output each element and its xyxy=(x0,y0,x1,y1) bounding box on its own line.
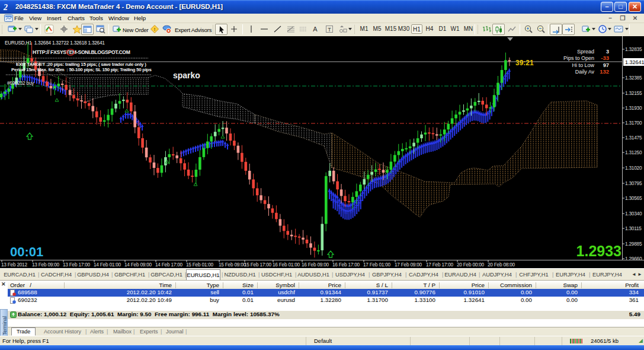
svg-text:EXIT TARGET :20 pips: trailing: EXIT TARGET :20 pips: trailing 15 pips; … xyxy=(16,62,146,67)
svg-text:Hi to Low: Hi to Low xyxy=(572,62,594,68)
svg-text:HTTP:// FXSYSTEM-SONI.BLOGSPOT: HTTP:// FXSYSTEM-SONI.BLOGSPOT.COM xyxy=(33,49,130,55)
svg-text:13 Feb 09:00: 13 Feb 09:00 xyxy=(32,262,60,268)
svg-text:T: T xyxy=(328,27,331,33)
svg-text:Daily Av: Daily Av xyxy=(575,69,595,75)
svg-text:1.32641: 1.32641 xyxy=(625,59,644,65)
svg-text:16 Feb 17:00: 16 Feb 17:00 xyxy=(332,262,360,268)
svg-text:Pips to Open: Pips to Open xyxy=(563,55,594,61)
svg-text:1.32155: 1.32155 xyxy=(625,90,642,96)
svg-text:1.30795: 1.30795 xyxy=(625,180,642,186)
svg-text:16 Feb 01:00: 16 Feb 01:00 xyxy=(273,262,300,268)
svg-text:13 Feb 17:00: 13 Feb 17:00 xyxy=(63,262,91,268)
svg-text:sparko: sparko xyxy=(173,71,200,80)
svg-text:1.32835: 1.32835 xyxy=(625,46,642,52)
svg-text:A: A xyxy=(313,26,318,33)
svg-text:1.31700: 1.31700 xyxy=(625,120,642,126)
svg-text:1.31475: 1.31475 xyxy=(625,135,642,141)
svg-text:1.31250: 1.31250 xyxy=(625,149,642,155)
svg-text:1.31930: 1.31930 xyxy=(625,105,642,111)
svg-text:20 Feb 08:00: 20 Feb 08:00 xyxy=(488,262,515,268)
svg-text:1.29885: 1.29885 xyxy=(625,241,642,247)
svg-text:17 Feb 01:00: 17 Feb 01:00 xyxy=(363,262,391,268)
svg-text:1.32385: 1.32385 xyxy=(625,75,642,81)
svg-text:15 Feb 17:00: 15 Feb 17:00 xyxy=(244,262,272,268)
svg-text:13 Feb 2012: 13 Feb 2012 xyxy=(1,262,27,268)
svg-text:Period 15m, Max. for 30m : 50: Period 15m, Max. for 30m : 50-100 pips; … xyxy=(11,67,152,72)
svg-text:00:01: 00:01 xyxy=(10,244,43,259)
svg-text:1.29660: 1.29660 xyxy=(625,256,642,262)
svg-text:2: 2 xyxy=(3,3,8,12)
svg-text:14 Feb 01:00: 14 Feb 01:00 xyxy=(94,262,121,268)
svg-text:132: 132 xyxy=(600,68,609,75)
svg-text:-33: -33 xyxy=(601,55,609,61)
svg-text:16 Feb 09:00: 16 Feb 09:00 xyxy=(302,262,329,268)
svg-text:1.30565: 1.30565 xyxy=(625,195,642,201)
svg-text:14 Feb 17:00: 14 Feb 17:00 xyxy=(155,262,183,268)
svg-text:#690232 buy: #690232 buy xyxy=(7,81,34,86)
svg-text:1.30340: 1.30340 xyxy=(625,211,642,217)
svg-text:14 Feb 09:00: 14 Feb 09:00 xyxy=(124,262,152,268)
svg-text:3: 3 xyxy=(606,49,609,55)
svg-text:Spread: Spread xyxy=(577,49,594,55)
svg-text:1.31020: 1.31020 xyxy=(625,165,642,171)
svg-text:EURUSD,H1 1.32684 1.32722 1.3: EURUSD,H1 1.32684 1.32722 1.32618 1.3264… xyxy=(5,40,105,46)
svg-text:15 Feb 09:00: 15 Feb 09:00 xyxy=(219,262,246,268)
svg-text:1.2933: 1.2933 xyxy=(576,243,621,259)
svg-text:39:21: 39:21 xyxy=(515,59,534,67)
svg-text:15 Feb 01:00: 15 Feb 01:00 xyxy=(186,262,214,268)
svg-text:17 Feb 17:00: 17 Feb 17:00 xyxy=(426,262,454,268)
svg-text:!: ! xyxy=(154,27,156,32)
svg-text:97: 97 xyxy=(603,62,609,68)
svg-text:17 Feb 09:00: 17 Feb 09:00 xyxy=(395,262,422,268)
svg-text:20 Feb 00:00: 20 Feb 00:00 xyxy=(457,262,485,268)
svg-text:1.30115: 1.30115 xyxy=(625,225,642,231)
